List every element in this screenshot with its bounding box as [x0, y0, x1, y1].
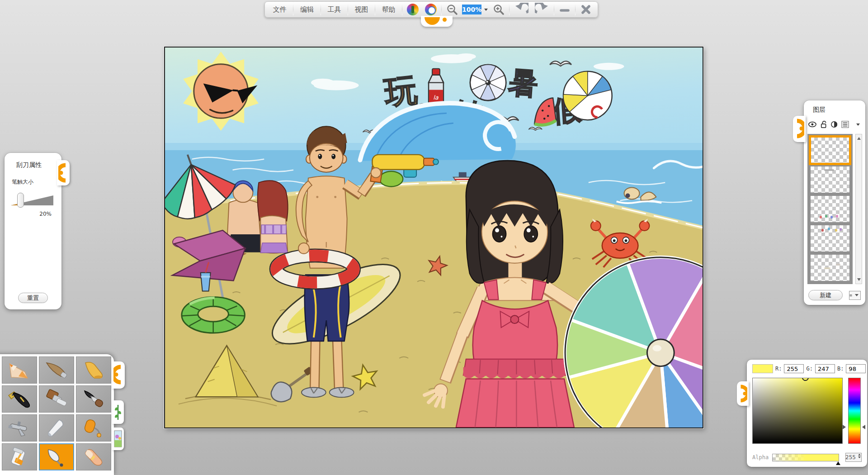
- menu-help[interactable]: 帮助: [377, 3, 401, 16]
- tool-pencil[interactable]: [2, 356, 37, 384]
- current-color-swatch[interactable]: [752, 364, 773, 373]
- rainbow-palette-icon: [407, 4, 419, 15]
- title-beach-ball: [563, 71, 612, 120]
- layer-item-1[interactable]: [811, 137, 849, 163]
- orange-dot-icon: [443, 18, 447, 22]
- layers-footer: 新建: [804, 290, 865, 300]
- redo-button[interactable]: [532, 3, 552, 16]
- scraper-properties-panel: 刮刀属性 笔触大小 20% 重置: [5, 153, 61, 309]
- crayon-icon: [81, 360, 106, 380]
- paint-app-window: { "toolbar": { "menus": ["文件", "编辑", "工具…: [0, 0, 868, 475]
- alpha-spinner[interactable]: 255: [845, 453, 862, 462]
- visibility-eye-icon[interactable]: [808, 121, 816, 128]
- color-picker-panel: R: G: B: Alpha 255: [747, 360, 867, 467]
- tool-crayon[interactable]: [76, 356, 111, 384]
- new-layer-button[interactable]: 新建: [808, 290, 843, 300]
- menu-view[interactable]: 视图: [349, 3, 373, 16]
- layer-item-2[interactable]: [811, 166, 849, 193]
- separator: [554, 4, 554, 15]
- b-input[interactable]: [846, 364, 866, 373]
- layer-menu-button[interactable]: [849, 291, 861, 300]
- hue-slider[interactable]: [848, 378, 861, 444]
- brush-size-slider[interactable]: [11, 194, 53, 207]
- scroll-down-arrow[interactable]: [857, 278, 861, 281]
- redo-icon: [535, 3, 549, 16]
- color-wheel-button[interactable]: [422, 3, 440, 16]
- scroll-up-arrow[interactable]: [857, 137, 861, 140]
- scraper-panel-title: 刮刀属性: [5, 153, 61, 169]
- lock-icon[interactable]: [821, 120, 827, 128]
- tool-eraser[interactable]: [76, 443, 111, 470]
- toolbar: 文件 编辑 工具 视图 帮助 100%: [264, 1, 598, 18]
- ink-brush-icon: [81, 389, 106, 409]
- color-panel-tab[interactable]: [737, 381, 749, 406]
- tool-palette-knife[interactable]: [39, 443, 74, 470]
- hue-marker-right[interactable]: [862, 425, 865, 429]
- tool-airbrush[interactable]: [2, 414, 37, 442]
- menu-tools[interactable]: 工具: [322, 3, 346, 16]
- zoom-dropdown-caret[interactable]: [484, 9, 488, 11]
- minimize-button[interactable]: [556, 3, 574, 16]
- picture-stamps-tab[interactable]: [112, 428, 124, 450]
- saturation-value-field[interactable]: [752, 378, 843, 444]
- undo-icon: [514, 3, 528, 16]
- hue-marker-left[interactable]: [843, 425, 846, 429]
- slider-thumb[interactable]: [17, 193, 24, 208]
- zoom-level-value[interactable]: 100%: [462, 5, 481, 14]
- separator: [293, 4, 293, 15]
- undo-button[interactable]: [511, 3, 532, 16]
- tool-flat-brush[interactable]: [39, 385, 74, 413]
- svg-text:暑: 暑: [507, 65, 539, 101]
- drawing-canvas[interactable]: 玩 转 暑 假 la: [164, 47, 703, 428]
- sv-marker[interactable]: [802, 378, 809, 381]
- alpha-label: Alpha: [752, 454, 772, 461]
- picture-icon: [114, 430, 122, 447]
- separator: [575, 4, 576, 15]
- tool-paint-tube[interactable]: [39, 414, 74, 442]
- reset-button[interactable]: 重置: [18, 293, 48, 303]
- tool-paint-roller[interactable]: [76, 414, 111, 442]
- menu-file[interactable]: 文件: [268, 3, 292, 16]
- brush-size-label: 笔触大小: [5, 169, 61, 186]
- beach-scene-artwork: 玩 转 暑 假 la: [165, 48, 703, 428]
- g-input[interactable]: [815, 364, 835, 373]
- tool-palette-tab[interactable]: [112, 361, 125, 389]
- separator: [375, 4, 375, 15]
- separator: [509, 4, 509, 15]
- tool-ink-brush[interactable]: [76, 385, 111, 413]
- tool-fountain-pen[interactable]: [2, 385, 37, 413]
- rainbow-wheel-icon: [425, 4, 437, 15]
- rgb-row: R: G: B:: [752, 364, 866, 373]
- r-input[interactable]: [784, 364, 804, 373]
- close-button[interactable]: [577, 3, 595, 16]
- layer-item-4[interactable]: [811, 225, 849, 252]
- layers-panel-tab[interactable]: [793, 116, 806, 142]
- spin-up-arrow[interactable]: [858, 454, 861, 456]
- opacity-icon[interactable]: [831, 121, 837, 128]
- tool-paint-jar[interactable]: [2, 443, 37, 470]
- zoom-in-button[interactable]: [490, 3, 508, 16]
- flat-brush-icon: [44, 389, 69, 409]
- paint-roller-icon: [81, 418, 106, 438]
- wood-pencil-icon: [44, 360, 69, 380]
- spin-down-arrow[interactable]: [858, 456, 861, 458]
- alpha-value: 255: [845, 454, 856, 461]
- plant-stamps-tab[interactable]: [112, 400, 124, 424]
- tool-wood-pencil[interactable]: [39, 356, 74, 384]
- alpha-marker[interactable]: [836, 461, 840, 465]
- menu-edit[interactable]: 编辑: [295, 3, 319, 16]
- layer-scrollbar[interactable]: [855, 134, 862, 284]
- alpha-slider[interactable]: [772, 454, 839, 461]
- b-label: B:: [837, 366, 844, 372]
- blend-mode-list-icon[interactable]: [841, 120, 850, 128]
- layer-toolbar: [808, 119, 862, 129]
- zoom-in-icon: [493, 4, 505, 15]
- layer-item-3[interactable]: [811, 196, 849, 222]
- toolbar-drawer-tab[interactable]: [421, 16, 453, 27]
- blend-mode-caret[interactable]: [856, 124, 860, 126]
- palette-toggle-button[interactable]: [404, 3, 422, 16]
- layer-item-5[interactable]: [811, 255, 849, 281]
- zoom-out-button[interactable]: [443, 3, 461, 16]
- scraper-panel-tab[interactable]: [57, 160, 70, 185]
- close-icon: [580, 4, 592, 15]
